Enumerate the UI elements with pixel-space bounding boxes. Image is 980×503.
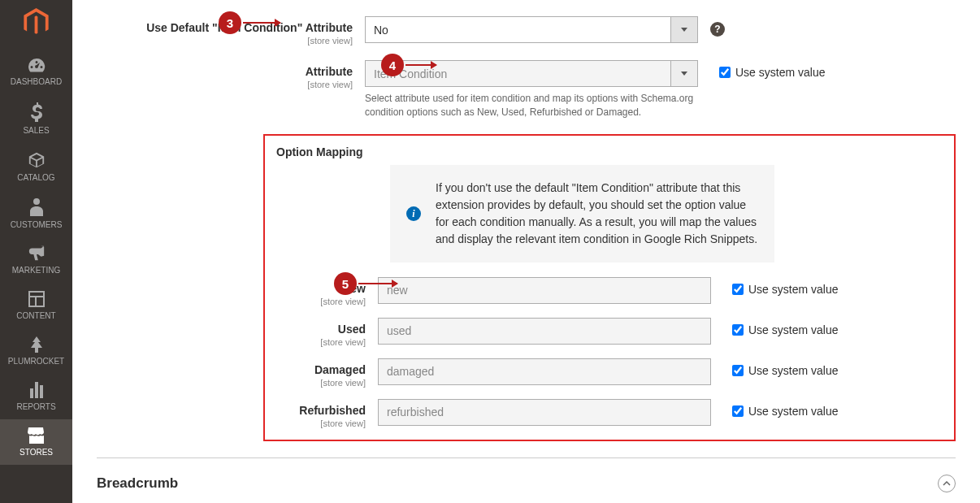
select-toggle[interactable]: [671, 60, 698, 87]
use-system-value-checkbox[interactable]: Use system value: [732, 358, 838, 377]
checkbox-input[interactable]: [732, 405, 744, 417]
mapping-input-refurbished[interactable]: [378, 399, 711, 426]
section-divider: [97, 457, 956, 458]
mapping-label: Damaged: [314, 363, 366, 376]
section-title: Breadcrumb: [97, 475, 178, 492]
nav-label: DASHBOARD: [11, 77, 62, 86]
person-icon: [30, 198, 43, 216]
nav-label: MARKETING: [12, 266, 60, 275]
megaphone-icon: [28, 245, 46, 262]
select-toggle[interactable]: [671, 16, 698, 43]
nav-label: CUSTOMERS: [11, 220, 63, 229]
field-scope: [store view]: [276, 418, 366, 428]
use-default-select[interactable]: No: [365, 16, 698, 43]
chevron-up-icon: [943, 481, 951, 486]
nav-label: CATALOG: [17, 173, 54, 182]
tree-icon: [28, 336, 45, 353]
nav-catalog[interactable]: CATALOG: [0, 143, 72, 190]
callout-4-arrow: [405, 64, 436, 66]
nav-label: STORES: [20, 448, 53, 457]
field-scope: [store view]: [97, 80, 353, 89]
field-help-text: Select attribute used for item condition…: [365, 92, 698, 119]
use-system-value-checkbox[interactable]: Use system value: [732, 399, 838, 418]
collapse-toggle[interactable]: [938, 475, 956, 492]
checkbox-label: Use system value: [748, 323, 838, 336]
magento-logo: [22, 8, 50, 37]
option-mapping-section: Option Mapping i If you don't use the de…: [263, 134, 956, 441]
nav-dashboard[interactable]: DASHBOARD: [0, 49, 72, 94]
callout-5-arrow: [358, 283, 397, 284]
mapping-row-refurbished: Refurbished [store view] Use system valu…: [276, 399, 943, 428]
main-content: 3 Use Default "Item Condition" Attribute…: [72, 0, 980, 503]
info-icon: i: [406, 206, 421, 221]
chart-icon: [28, 382, 45, 398]
nav-customers[interactable]: CUSTOMERS: [0, 190, 72, 237]
use-system-value-checkbox[interactable]: Use system value: [719, 60, 825, 79]
store-icon: [28, 427, 46, 444]
mapping-input-new[interactable]: [378, 277, 711, 304]
mapping-label: Refurbished: [299, 404, 366, 417]
field-scope: [store view]: [276, 378, 366, 388]
callout-5: 5: [334, 272, 357, 295]
admin-sidebar: DASHBOARD SALES CATALOG CUSTOMERS MARKET…: [0, 0, 72, 503]
checkbox-input[interactable]: [732, 324, 744, 336]
row-attribute: Attribute [store view] Item Condition Se…: [97, 60, 956, 119]
field-scope: [store view]: [276, 337, 366, 347]
callout-3: 3: [219, 11, 241, 34]
box-icon: [28, 151, 46, 169]
mapping-label: Used: [338, 323, 366, 336]
layout-icon: [28, 291, 45, 307]
nav-content[interactable]: CONTENT: [0, 283, 72, 328]
nav-plumrocket[interactable]: PLUMROCKET: [0, 328, 72, 374]
dollar-icon: [29, 102, 44, 122]
field-scope: [store view]: [97, 36, 353, 46]
checkbox-label: Use system value: [748, 283, 838, 296]
info-text: If you don't use the default "Item Condi…: [436, 181, 757, 245]
callout-3-arrow: [243, 22, 280, 24]
nav-sales[interactable]: SALES: [0, 94, 72, 143]
checkbox-input[interactable]: [732, 284, 744, 295]
mapping-row-new: New [store view] Use system value: [276, 277, 943, 306]
mapping-row-damaged: Damaged [store view] Use system value: [276, 358, 943, 388]
checkbox-input[interactable]: [719, 67, 731, 78]
select-value: No: [365, 16, 671, 43]
nav-label: SALES: [23, 126, 49, 135]
mapping-input-damaged[interactable]: [378, 358, 711, 385]
mapping-input-used[interactable]: [378, 318, 711, 345]
checkbox-label: Use system value: [748, 364, 838, 377]
mapping-row-used: Used [store view] Use system value: [276, 318, 943, 347]
checkbox-label: Use system value: [748, 405, 838, 418]
field-label: Attribute: [306, 65, 353, 78]
option-mapping-title: Option Mapping: [276, 145, 943, 158]
nav-label: PLUMROCKET: [8, 357, 64, 366]
use-system-value-checkbox[interactable]: Use system value: [732, 318, 838, 336]
nav-reports[interactable]: REPORTS: [0, 374, 72, 419]
gauge-icon: [27, 57, 46, 73]
help-tooltip-icon[interactable]: ?: [710, 22, 725, 37]
checkbox-input[interactable]: [732, 365, 744, 376]
callout-4: 4: [381, 54, 404, 76]
info-message: i If you don't use the default "Item Con…: [390, 165, 774, 262]
nav-label: CONTENT: [16, 311, 55, 320]
nav-stores[interactable]: STORES: [0, 419, 72, 465]
use-system-value-checkbox[interactable]: Use system value: [732, 277, 838, 296]
breadcrumb-section-header[interactable]: Breadcrumb: [97, 470, 956, 497]
nav-marketing[interactable]: MARKETING: [0, 237, 72, 283]
chevron-down-icon: [681, 28, 687, 32]
field-scope: [store view]: [276, 297, 366, 306]
chevron-down-icon: [681, 72, 687, 76]
nav-label: REPORTS: [16, 402, 55, 411]
checkbox-label: Use system value: [735, 66, 825, 79]
